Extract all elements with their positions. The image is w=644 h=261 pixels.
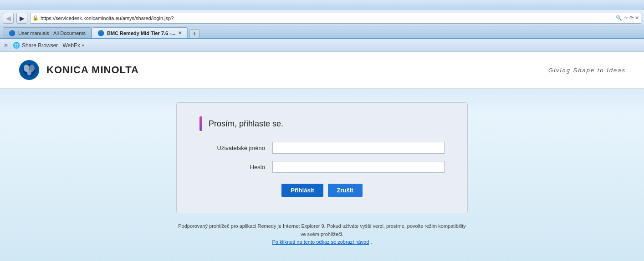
chevron-down-icon-webex: ▾: [82, 43, 84, 48]
favorites-item-webex[interactable]: WebEx ▾: [62, 42, 84, 49]
password-input[interactable]: [272, 161, 445, 173]
favorites-label-webex: WebEx: [62, 42, 80, 49]
cancel-button[interactable]: Zrušit: [328, 184, 363, 197]
footer-link[interactable]: Po kliknutí na tento odkaz se zobrazí ná…: [272, 239, 369, 245]
konica-minolta-logo-icon: [18, 59, 40, 81]
login-accent-bar: [199, 116, 202, 131]
address-bar[interactable]: 🔒 https://servicedesk.konicaminolta.eu/a…: [30, 13, 641, 24]
password-label: Heslo: [199, 164, 272, 171]
login-button[interactable]: Přihlásit: [281, 184, 323, 197]
address-text: https://servicedesk.konicaminolta.eu/ars…: [41, 15, 614, 21]
favorites-item-share-browser[interactable]: 🌐 Share Browser: [13, 42, 58, 49]
km-header: KONICA MINOLTA Giving Shape to Ideas: [0, 52, 644, 89]
address-search-icon: 🔍: [616, 15, 622, 21]
buttons-row: Přihlásit Zrušit: [199, 184, 445, 197]
address-refresh-icon: ⟳: [629, 15, 634, 21]
tab-label-bmc-remedy: BMC Remedy Mid Tier 7.6 -...: [107, 30, 175, 36]
globe-icon-share-browser: 🌐: [13, 42, 20, 49]
password-row: Heslo: [199, 161, 445, 173]
km-logo-text: KONICA MINOLTA: [46, 64, 139, 76]
browser-titlebar: [0, 0, 644, 10]
favorites-bar: ✕ 🌐 Share Browser WebEx ▾: [0, 39, 644, 52]
username-label: Uživatelské jméno: [199, 145, 272, 151]
forward-button[interactable]: ▶: [16, 13, 27, 24]
lock-icon: 🔒: [32, 15, 39, 21]
page-content: KONICA MINOLTA Giving Shape to Ideas Pro…: [0, 52, 644, 261]
footer-note: Podporovaný prohlížeč pro aplikaci Remed…: [176, 222, 468, 246]
back-button[interactable]: ◀: [3, 13, 14, 24]
address-star-icon: ☆: [624, 15, 628, 21]
tab-bmc-remedy[interactable]: 🔵 BMC Remedy Mid Tier 7.6 -... ✕: [92, 27, 188, 38]
address-actions: 🔍 ☆ ⟳ ✕: [616, 15, 639, 21]
address-stop-icon: ✕: [635, 15, 639, 21]
username-row: Uživatelské jméno: [199, 142, 445, 154]
tab-user-manuals[interactable]: 🔵 User manuals - All Documents: [3, 27, 92, 38]
login-title: Prosím, přihlaste se.: [209, 119, 283, 129]
login-box: Prosím, přihlaste se. Uživatelské jméno …: [176, 102, 468, 213]
browser-toolbar: ◀ ▶ 🔒 https://servicedesk.konicaminolta.…: [0, 10, 644, 26]
km-logo: KONICA MINOLTA: [18, 59, 139, 81]
km-tagline: Giving Shape to Ideas: [548, 67, 626, 74]
favorites-label-share-browser: Share Browser: [22, 42, 58, 49]
login-title-row: Prosím, přihlaste se.: [199, 116, 445, 131]
tab-close-bmc-remedy[interactable]: ✕: [178, 30, 182, 35]
footer-text: Podporovaný prohlížeč pro aplikaci Remed…: [178, 223, 466, 237]
favorites-close-button[interactable]: ✕: [4, 42, 8, 49]
tabs-bar: 🔵 User manuals - All Documents 🔵 BMC Rem…: [0, 26, 644, 39]
svg-point-4: [27, 70, 31, 75]
tab-icon-bmc-remedy: 🔵: [97, 30, 104, 36]
tab-label-user-manuals: User manuals - All Documents: [18, 30, 86, 36]
tab-icon-user-manuals: 🔵: [9, 30, 15, 36]
footer-link-suffix: .: [370, 239, 372, 245]
new-tab-button[interactable]: +: [189, 29, 199, 38]
username-input[interactable]: [272, 142, 445, 154]
login-container: Prosím, přihlaste se. Uživatelské jméno …: [176, 102, 468, 246]
